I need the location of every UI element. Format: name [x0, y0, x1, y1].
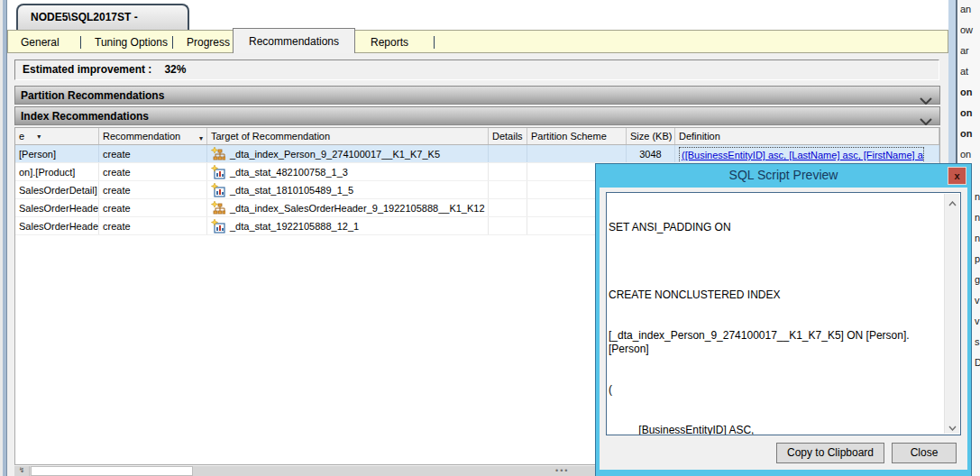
tab-tuning-options[interactable]: Tuning Options — [95, 31, 168, 54]
cell-target: _dta_index_Person_9_274100017__K1_K7_K5 — [207, 145, 489, 162]
cell-details — [489, 145, 527, 162]
cell-table-name: SalesOrderHeader] — [15, 217, 99, 234]
cell-recommendation: create — [99, 145, 207, 162]
bg-text-fragment: p — [975, 253, 980, 264]
cell-table-name: SalesOrderHeader] — [15, 199, 99, 216]
sql-script-text: SET ANSI_PADDING ON CREATE NONCLUSTERED … — [609, 194, 940, 435]
sql-script-preview-dialog: SQL Script Preview x SET ANSI_PADDING ON… — [596, 164, 971, 476]
column-header-recommendation[interactable]: Recommendation▾ — [99, 128, 207, 144]
column-header-details[interactable]: Details — [489, 128, 527, 144]
cell-target: _dta_stat_1922105888_12_1 — [207, 217, 489, 234]
bg-text-fragment: v — [975, 295, 980, 306]
column-header-target[interactable]: Target of Recommendation — [207, 128, 489, 144]
dialog-title: SQL Script Preview — [596, 164, 971, 188]
bg-text-fragment: an — [960, 4, 971, 14]
tab-separator — [80, 36, 81, 49]
cell-target: _dta_stat_482100758_1_3 — [207, 163, 489, 180]
cell-recommendation: create — [99, 199, 207, 216]
session-tab[interactable]: NODE5\SQL2017ST - MySession — [16, 4, 189, 31]
column-header-label: Partition Scheme — [531, 131, 607, 142]
cell-size-kb: 3048 — [627, 145, 675, 162]
column-header-table[interactable]: e▾ — [15, 128, 99, 144]
sql-script-textarea[interactable]: SET ANSI_PADDING ON CREATE NONCLUSTERED … — [606, 192, 961, 435]
column-header-label: Recommendation — [103, 131, 180, 142]
vertical-scrollbar[interactable] — [944, 194, 959, 434]
bg-text-fragment: on — [960, 107, 972, 118]
target-name: _dta_stat_482100758_1_3 — [230, 167, 348, 178]
scroll-up-icon[interactable] — [945, 194, 960, 209]
cell-partition-scheme — [527, 145, 627, 162]
index-recommendations-header[interactable]: Index Recommendations — [14, 106, 940, 125]
scrollbar-thumb[interactable] — [31, 466, 193, 476]
cell-details — [489, 181, 527, 198]
cell-details — [489, 199, 527, 216]
column-header-label: e — [19, 131, 24, 142]
scrollbar-corner-icon: ↯ — [14, 466, 30, 476]
target-name: _dta_stat_1922105888_12_1 — [230, 221, 359, 232]
bg-text-fragment: ow — [960, 24, 973, 35]
grid-header-row: e▾ Recommendation▾ Target of Recommendat… — [15, 128, 939, 145]
bg-text-fragment: on — [960, 149, 971, 160]
bg-text-fragment: at — [960, 66, 968, 77]
bg-text-fragment: ar — [960, 45, 969, 56]
copy-to-clipboard-button[interactable]: Copy to Clipboard — [776, 443, 884, 463]
tab-separator — [172, 36, 173, 49]
section-title: Index Recommendations — [21, 110, 149, 123]
tab-general[interactable]: General — [21, 31, 60, 54]
bg-text-fragment: on — [960, 87, 972, 97]
column-header-partition-scheme[interactable]: Partition Scheme▾ — [527, 128, 627, 144]
dta-screenshot: an ow ar at on on on on on n n n p g v v… — [0, 0, 980, 476]
scrollbar-grip-dots: ••• — [555, 466, 569, 475]
estimated-improvement-label: Estimated improvement : — [23, 63, 151, 76]
bg-text-fragment: v — [975, 316, 980, 326]
cell-details — [489, 217, 527, 234]
scroll-down-icon[interactable] — [945, 418, 960, 434]
close-icon[interactable]: x — [948, 167, 966, 185]
cell-details — [489, 163, 527, 180]
dialog-body: SET ANSI_PADDING ON CREATE NONCLUSTERED … — [600, 188, 967, 470]
column-header-size-kb[interactable]: Size (KB) — [627, 128, 675, 144]
partition-recommendations-header[interactable]: Partition Recommendations — [14, 86, 940, 105]
bg-text-fragment: g — [975, 274, 980, 285]
index-icon — [211, 147, 225, 161]
target-name: _dta_index_SalesOrderHeader_9_1922105888… — [230, 203, 485, 214]
bg-text-fragment: s — [975, 336, 980, 347]
cell-recommendation: create — [99, 217, 207, 234]
cell-table-name: on].[Product] — [15, 163, 99, 180]
cell-target: _dta_index_SalesOrderHeader_9_1922105888… — [207, 199, 489, 216]
cell-table-name: [Person] — [15, 145, 99, 162]
statistics-icon — [211, 219, 225, 233]
cell-recommendation: create — [99, 181, 207, 198]
bg-text-fragment: n — [975, 233, 980, 243]
estimated-improvement-value: 32% — [164, 63, 186, 76]
cell-definition: ([BusinessEntityID] asc, [LastName] asc,… — [675, 145, 939, 162]
tab-reports[interactable]: Reports — [371, 31, 408, 54]
close-button[interactable]: Close — [892, 443, 957, 463]
target-name: _dta_index_Person_9_274100017__K1_K7_K5 — [230, 149, 440, 160]
section-title: Partition Recommendations — [21, 89, 164, 102]
column-header-definition[interactable]: Definition — [675, 128, 939, 144]
tab-strip: General Tuning Options Progress Recommen… — [7, 30, 948, 53]
filter-dropdown-icon[interactable]: ▾ — [199, 132, 203, 144]
definition-link[interactable]: ([BusinessEntityID] asc, [LastName] asc,… — [679, 147, 924, 162]
cell-recommendation: create — [99, 163, 207, 180]
index-icon — [211, 201, 225, 215]
filter-dropdown-icon[interactable]: ▾ — [37, 130, 41, 143]
estimated-improvement: Estimated improvement :32% — [14, 60, 939, 80]
tab-recommendations[interactable]: Recommendations — [233, 28, 355, 54]
bg-text-fragment: n — [975, 191, 980, 202]
statistics-icon — [211, 165, 225, 179]
bg-text-fragment: D — [975, 357, 980, 368]
cell-table-name: SalesOrderDetail] — [15, 181, 99, 198]
statistics-icon — [211, 183, 225, 197]
cell-target: _dta_stat_1810105489_1_5 — [207, 181, 489, 198]
table-row[interactable]: [Person] create _dta_index_Person_9_2741… — [15, 145, 939, 163]
target-name: _dta_stat_1810105489_1_5 — [230, 185, 353, 196]
tab-separator — [434, 36, 435, 49]
tab-progress[interactable]: Progress — [187, 31, 230, 54]
bg-text-fragment: n — [975, 212, 980, 223]
bg-text-fragment: on — [960, 128, 972, 139]
